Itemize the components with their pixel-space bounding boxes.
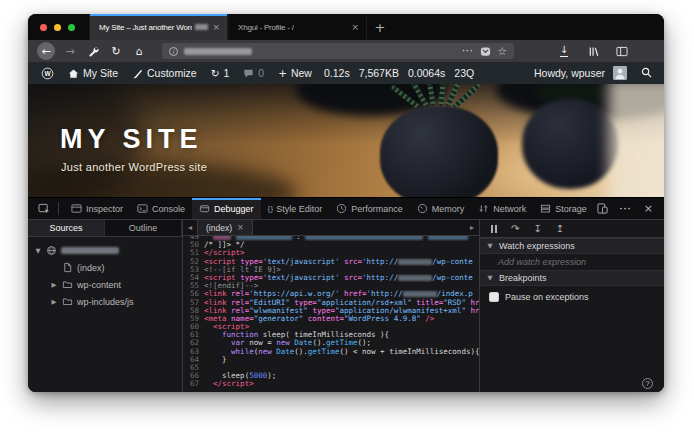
code-line: 58<link rel="wlwmanifest" type="applicat… (183, 307, 479, 315)
code-line: 52<script type='text/javascript' src='ht… (183, 258, 479, 266)
devtools-tab-label: Storage (555, 204, 587, 214)
new-label: New (291, 67, 312, 79)
editor-tab-index[interactable]: (index) × (197, 220, 253, 235)
home-button[interactable]: ⌂ (131, 43, 147, 59)
pause-on-exceptions-row[interactable]: Pause on exceptions (480, 286, 664, 307)
code-line-content: <link rel='https://api.w.org/' href='htt… (204, 290, 479, 298)
redacted-code (403, 291, 437, 297)
tab-close-icon[interactable]: × (347, 22, 359, 32)
code-line: 61 function sleep( timeInMilliseconds ){ (183, 331, 479, 339)
help-icon[interactable]: ? (642, 378, 653, 389)
pause-icon[interactable] (491, 225, 497, 233)
editor-tab-bar: ◂ (index) × ▸ (183, 220, 479, 236)
devtools-toolbar: InspectorConsoleDebugger{ }Style EditorP… (28, 198, 664, 220)
downloads-button[interactable]: ↓ (556, 43, 572, 59)
devtools-tab-inspector[interactable]: Inspector (64, 198, 130, 219)
customize-menu[interactable]: Customize (125, 62, 204, 84)
step-out-icon[interactable]: ↥ (556, 224, 564, 234)
stat-value: 23Q (454, 67, 474, 79)
scroll-tabs-left-icon[interactable]: ◂ (183, 223, 197, 232)
step-in-icon[interactable]: ↧ (533, 224, 541, 234)
code-line: 63 while(new Date().getTime() < now + ti… (183, 348, 479, 356)
redacted-code (398, 275, 432, 281)
code-line-content: while(new Date().getTime() < now + timeI… (204, 348, 479, 356)
network-icon (478, 203, 489, 214)
code-line: 62 var now = new Date().getTime(); (183, 339, 479, 347)
devtools-tab-network[interactable]: Network (471, 198, 533, 219)
redacted-code (428, 236, 468, 240)
code-line: 65 (183, 364, 479, 372)
step-over-icon[interactable]: ↷ (511, 224, 519, 234)
devtools-tab-console[interactable]: Console (130, 198, 192, 219)
tab-outline[interactable]: Outline (105, 220, 182, 236)
updates-menu[interactable]: ↻ 1 (204, 62, 237, 84)
pause-on-exceptions-checkbox[interactable] (489, 292, 499, 302)
responsive-design-icon[interactable] (597, 203, 608, 214)
new-content-menu[interactable]: + New (271, 62, 319, 84)
reload-button[interactable]: ↻ (108, 43, 124, 59)
file-icon (62, 262, 73, 273)
comments-menu[interactable]: 0 (236, 62, 271, 84)
comment-icon (243, 68, 254, 79)
plus-icon: + (278, 67, 287, 79)
devtools-tab-performance[interactable]: Performance (329, 198, 410, 219)
twisty-icon[interactable]: ▶ (50, 298, 58, 306)
zoom-window-button[interactable] (68, 24, 75, 31)
search-icon[interactable] (641, 67, 652, 80)
tab-close-icon[interactable]: × (208, 22, 220, 32)
close-window-button[interactable] (40, 24, 47, 31)
updates-count: 1 (223, 67, 229, 79)
editor-tab-close-icon[interactable]: × (237, 223, 244, 232)
tree-item-wpincludesjs[interactable]: ▶wp-includes/js (28, 293, 182, 310)
forward-button[interactable]: → (62, 43, 78, 59)
page-actions-icon[interactable]: ··· (462, 46, 474, 56)
browser-tab-1[interactable]: My Site – Just another WordPress s× (89, 14, 228, 40)
wp-logo-icon[interactable]: W (34, 62, 61, 84)
url-bar[interactable]: i ··· ☆ (162, 43, 514, 59)
devtools-tab-debugger[interactable]: Debugger (192, 198, 261, 219)
code-line-content: /* ]]> */ (204, 241, 479, 249)
twisty-icon[interactable]: ▼ (34, 247, 42, 255)
tab-title: Xhgui - Profile - / (238, 23, 294, 32)
twisty-icon[interactable]: ▶ (50, 281, 58, 289)
new-tab-button[interactable]: + (367, 14, 393, 40)
scroll-tabs-right-icon[interactable]: ▸ (465, 223, 479, 232)
avatar[interactable] (613, 66, 627, 80)
tab-sources[interactable]: Sources (28, 220, 105, 236)
site-info-icon[interactable]: i (169, 47, 178, 56)
debugger-right-panel: ↷ ↧ ↥ ▼ Watch expressions Add watch expr… (480, 220, 664, 392)
pocket-icon[interactable] (480, 46, 491, 57)
devtools-tab-storage[interactable]: Storage (533, 198, 594, 219)
howdy-account-menu[interactable]: Howdy, wpuser (534, 67, 605, 79)
tab-title: My Site – Just another WordPress s (99, 23, 192, 32)
code-line: 55<![endif]--> (183, 282, 479, 290)
library-icon[interactable] (585, 43, 601, 59)
devtools-tab-style-editor[interactable]: { }Style Editor (261, 198, 330, 219)
sidebar-toggle-icon[interactable] (614, 43, 630, 59)
code-line: 59<meta name="generator" content="WordPr… (183, 315, 479, 323)
wrench-icon[interactable] (85, 43, 101, 59)
pick-element-icon[interactable] (35, 198, 53, 219)
devtools-tab-memory[interactable]: Memory (410, 198, 472, 219)
bookmark-star-icon[interactable]: ☆ (497, 45, 507, 58)
devtools-tab-label: Performance (351, 204, 403, 214)
menu-icon[interactable] (643, 43, 655, 59)
stat-value: 0.12s (324, 67, 350, 79)
watch-expressions-header[interactable]: ▼ Watch expressions (480, 238, 664, 254)
stat-value: 0.0064s (408, 67, 445, 79)
add-watch-expression-input[interactable]: Add watch expression (480, 254, 664, 270)
browser-tab-2[interactable]: Xhgui - Profile - /× (228, 14, 367, 40)
minimize-window-button[interactable] (54, 24, 61, 31)
tree-item-wpcontent[interactable]: ▶wp-content (28, 276, 182, 293)
tree-item-index[interactable]: (index) (28, 259, 182, 276)
back-button[interactable]: ← (37, 42, 55, 60)
code-line-content: function sleep( timeInMilliseconds ){ (204, 331, 479, 339)
tree-item-host[interactable]: ▼ (28, 242, 182, 259)
site-hero: MY SITE Just another WordPress site ↓ (28, 84, 664, 197)
breakpoints-header[interactable]: ▼ Breakpoints (480, 270, 664, 286)
my-site-menu[interactable]: My Site (61, 62, 125, 84)
devtools-meatball-menu-icon[interactable]: ··· (620, 204, 632, 214)
scroll-down-arrow[interactable]: ↓ (632, 147, 643, 162)
code-view[interactable]: 49 : 50/* ]]> */51</script>52<script typ… (183, 236, 479, 392)
devtools-close-icon[interactable]: × (644, 202, 653, 215)
